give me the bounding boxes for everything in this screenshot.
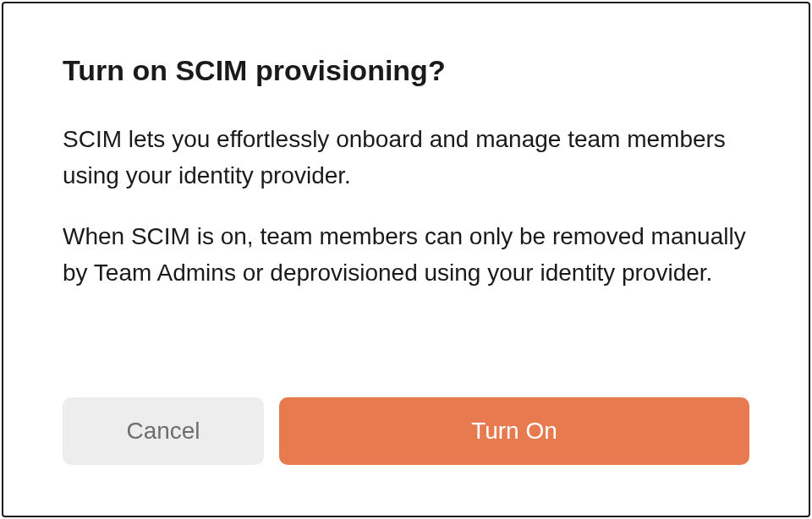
dialog-paragraph-2: When SCIM is on, team members can only b… (63, 218, 749, 292)
dialog-paragraph-1: SCIM lets you effortlessly onboard and m… (63, 121, 749, 194)
scim-confirm-dialog: Turn on SCIM provisioning? SCIM lets you… (2, 2, 810, 517)
dialog-title: Turn on SCIM provisioning? (63, 54, 749, 87)
dialog-body: SCIM lets you effortlessly onboard and m… (63, 121, 749, 380)
cancel-button[interactable]: Cancel (63, 397, 264, 465)
dialog-actions: Cancel Turn On (63, 397, 749, 465)
turn-on-button[interactable]: Turn On (279, 397, 749, 465)
